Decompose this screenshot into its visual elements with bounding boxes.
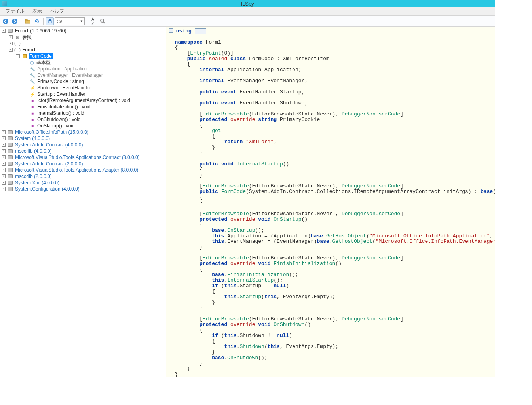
- code-view[interactable]: + using ... namespace Form1 { [EntryPoin…: [166, 27, 495, 377]
- method-icon: ■: [30, 104, 35, 110]
- tree-toggle[interactable]: −: [9, 48, 13, 52]
- assembly-icon: [8, 155, 13, 160]
- tree-assembly[interactable]: System.AddIn.Contract (2.0.0.0): [14, 161, 84, 167]
- method-icon: ■: [30, 110, 35, 116]
- toolbar-separator: [87, 18, 87, 25]
- assembly-icon: [8, 167, 13, 173]
- tree-assembly[interactable]: System.Xml (4.0.0.0): [14, 180, 60, 185]
- app-icon: [2, 1, 7, 6]
- tree-base-type[interactable]: 基本型: [36, 59, 51, 66]
- method-icon: ■: [30, 98, 35, 103]
- tree-assembly[interactable]: mscorlib (4.0.0.0): [14, 148, 53, 154]
- assembly-icon: [8, 148, 13, 154]
- toolbar-separator: [43, 18, 44, 25]
- tree-member[interactable]: .ctor(IRemoteArgumentArrayContract) : vo…: [36, 98, 131, 103]
- svg-rect-3: [25, 19, 27, 21]
- tree-toggle[interactable]: +: [2, 143, 6, 147]
- svg-point-0: [3, 19, 8, 24]
- tree-toggle[interactable]: −: [16, 54, 20, 58]
- tree-assembly[interactable]: Microsoft.Office.InfoPath (15.0.0.0): [14, 129, 89, 135]
- tree-member[interactable]: EventManager : EventManager: [36, 72, 104, 78]
- tree-toggle[interactable]: +: [2, 187, 6, 191]
- tree-toggle[interactable]: +: [2, 155, 6, 159]
- svg-point-6: [101, 19, 104, 22]
- tree-toggle[interactable]: +: [9, 35, 13, 39]
- fold-icon[interactable]: +: [169, 28, 173, 33]
- tree-toggle[interactable]: +: [2, 181, 6, 185]
- assembly-icon: [8, 28, 13, 34]
- tree-member[interactable]: Shutdown : EventHandler: [36, 85, 92, 91]
- toolbar: C# ▼ A↓Z: [0, 16, 495, 27]
- menu-view[interactable]: 表示: [32, 8, 42, 15]
- tree-member[interactable]: FinishInitialization() : void: [36, 104, 91, 110]
- tree-toggle[interactable]: +: [2, 174, 6, 178]
- search-button[interactable]: [99, 17, 107, 25]
- base-icon: ▢: [29, 60, 34, 65]
- menu-file[interactable]: ファイル: [6, 8, 25, 15]
- svg-line-7: [103, 22, 105, 23]
- tree-assembly[interactable]: System (4.0.0.0): [14, 136, 51, 141]
- property-icon: 🔧: [30, 72, 35, 78]
- svg-rect-4: [48, 21, 51, 23]
- property-icon: 🔧: [30, 79, 35, 84]
- tree-toggle[interactable]: −: [2, 29, 6, 33]
- tree-toggle[interactable]: +: [2, 162, 6, 166]
- assembly-icon: [8, 186, 13, 192]
- tree-toggle[interactable]: +: [2, 168, 6, 172]
- tree-class-formcode[interactable]: FormCode: [28, 53, 53, 59]
- assembly-icon: [8, 180, 13, 185]
- assembly-icon: [8, 174, 13, 179]
- tree-toggle[interactable]: +: [9, 42, 13, 45]
- tree-assembly[interactable]: System.Configuration (4.0.0.0): [14, 186, 80, 192]
- tree-member[interactable]: Application : Application: [36, 66, 88, 72]
- tree-toggle[interactable]: +: [23, 61, 27, 64]
- back-button[interactable]: [2, 17, 10, 25]
- tree-assembly[interactable]: System.AddIn.Contract (4.0.0.0): [14, 142, 84, 148]
- assembly-icon: [8, 142, 13, 148]
- tree-assembly[interactable]: Microsoft.VisualStudio.Tools.Application…: [14, 167, 139, 173]
- assembly-icon: [8, 129, 13, 135]
- class-icon: [22, 53, 27, 59]
- tree-member[interactable]: PrimaryCookie : string: [36, 79, 85, 84]
- language-select[interactable]: C# ▼: [55, 17, 85, 25]
- tree-toggle[interactable]: +: [2, 149, 6, 153]
- tree-references[interactable]: 参照: [21, 34, 32, 41]
- tree-member[interactable]: OnStartup() : void: [36, 123, 76, 129]
- tree-member[interactable]: OnShutdown() : void: [36, 117, 81, 122]
- tree-assembly[interactable]: Microsoft.VisualStudio.Tools.Application…: [14, 155, 141, 160]
- fold-box[interactable]: ...: [195, 28, 207, 34]
- svg-point-1: [12, 19, 17, 24]
- tree-assembly-root[interactable]: Form1 (1.0.6066.19760): [14, 28, 67, 34]
- references-icon: ⊞: [15, 34, 20, 40]
- tree-ns-dash[interactable]: -: [21, 41, 25, 46]
- assembly-icon: [8, 161, 13, 167]
- event-icon: ⚡: [30, 85, 35, 91]
- tree-member[interactable]: Startup : EventHandler: [36, 91, 86, 97]
- method-icon: ■: [30, 117, 35, 122]
- sort-button[interactable]: A↓Z: [90, 17, 98, 25]
- event-icon: ⚡: [30, 91, 35, 97]
- tree-panel[interactable]: −Form1 (1.0.6066.19760) +⊞参照 +- −Form1 −…: [0, 27, 166, 377]
- namespace-icon: [15, 47, 20, 53]
- tree-toggle[interactable]: +: [2, 136, 6, 140]
- menu-bar: ファイル 表示 ヘルプ: [0, 7, 495, 16]
- toolbar-separator: [21, 18, 21, 25]
- tree-assembly[interactable]: mscorlib (2.0.0.0): [14, 174, 53, 179]
- title-bar: ILSpy: [0, 0, 495, 7]
- open-button[interactable]: [24, 17, 32, 25]
- dropdown-icon: ▼: [80, 19, 83, 23]
- tree-toggle[interactable]: +: [2, 130, 6, 134]
- tree-ns-form1[interactable]: Form1: [21, 47, 37, 53]
- method-icon: ■: [30, 123, 35, 129]
- assembly-icon: [8, 136, 13, 141]
- window-title: ILSpy: [241, 1, 254, 7]
- menu-help[interactable]: ヘルプ: [50, 8, 64, 15]
- forward-button[interactable]: [11, 17, 19, 25]
- language-label: C#: [57, 19, 62, 24]
- namespace-icon: [15, 41, 20, 46]
- svg-rect-5: [49, 19, 51, 21]
- code-panel[interactable]: + using ... namespace Form1 { [EntryPoin…: [166, 27, 495, 377]
- analyze-button[interactable]: [46, 17, 54, 25]
- refresh-button[interactable]: [33, 17, 41, 25]
- tree-member[interactable]: InternalStartup() : void: [36, 110, 85, 116]
